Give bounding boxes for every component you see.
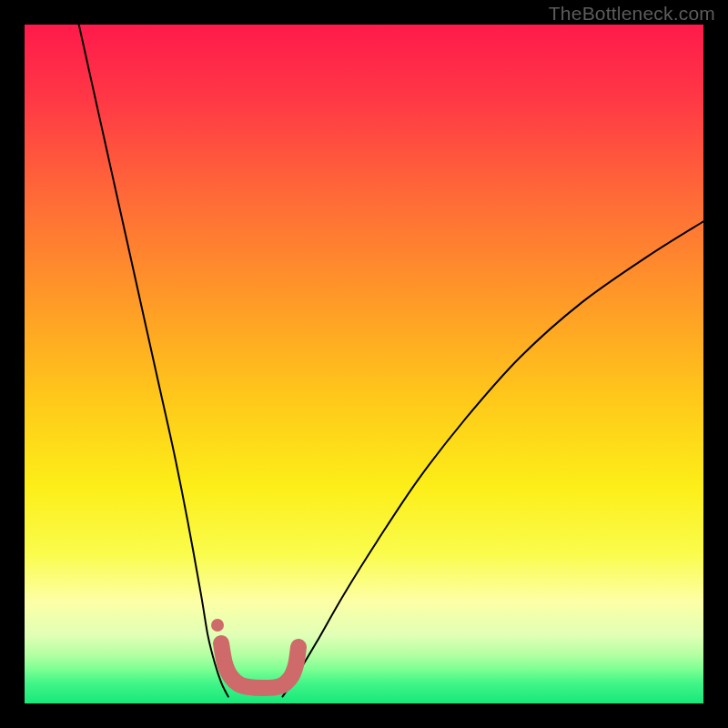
watermark-text: TheBottleneck.com — [549, 3, 715, 25]
chart-background-gradient — [25, 25, 703, 703]
svg-rect-0 — [25, 25, 703, 703]
chart-frame — [25, 25, 703, 703]
